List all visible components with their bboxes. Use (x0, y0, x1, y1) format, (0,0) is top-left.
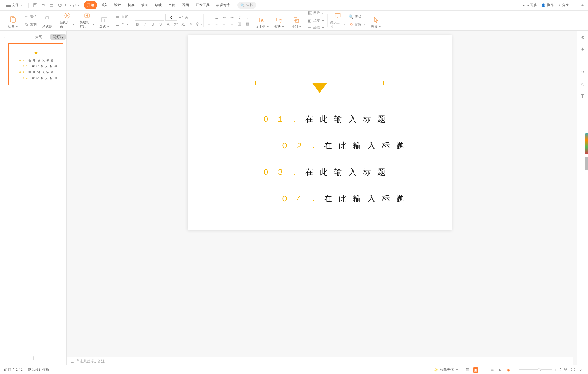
share-button[interactable]: ⇪分享 (558, 3, 569, 8)
replace-button[interactable]: ⟲替换 (347, 21, 367, 28)
notes-view-icon[interactable]: ☷ (465, 367, 470, 373)
sorter-view-icon[interactable]: ⊞ (481, 367, 487, 373)
paste-button[interactable]: 粘贴 (5, 12, 21, 29)
bullets-button[interactable]: ≡ (206, 15, 211, 20)
distribute-button[interactable]: ▦ (244, 21, 250, 27)
indent-increase-button[interactable]: ⇥ (229, 15, 234, 20)
agenda-item-2[interactable]: ０２．在此输入标题 (281, 140, 411, 151)
zoom-slider[interactable] (519, 369, 552, 370)
italic-button[interactable]: I (142, 22, 148, 27)
slide[interactable]: ０１．在此输入标题 ０２．在此输入标题 ０３．在此输入标题 ０４．在此输入标题 (188, 35, 452, 230)
print-preview-icon[interactable] (40, 2, 47, 9)
tab-transition[interactable]: 切换 (125, 1, 138, 9)
fullscreen-button[interactable]: ⤢ (579, 367, 584, 373)
align-left-button[interactable]: ≡ (206, 21, 211, 27)
idea-icon[interactable]: ♡ (580, 82, 585, 87)
collapse-panel-button[interactable]: « (4, 35, 6, 39)
monitor-icon[interactable]: ▭ (580, 58, 585, 64)
from-current-slide-button[interactable]: 当页开始 (60, 12, 75, 29)
align-center-button[interactable]: ≡ (214, 21, 219, 27)
collapse-ribbon[interactable] (581, 4, 584, 6)
layout-button[interactable]: 版式 (97, 12, 112, 29)
highlight-button[interactable]: X² (173, 22, 178, 27)
textbox-button[interactable]: A 文本框 (254, 12, 270, 29)
tab-home[interactable]: 开始 (84, 1, 97, 9)
text-tool-icon[interactable]: T (580, 94, 585, 99)
font-size-input[interactable] (165, 14, 177, 21)
outline-button[interactable]: ▭轮廓 (306, 25, 325, 31)
cut-button[interactable]: ✂剪切 (22, 14, 38, 20)
agenda-item-1[interactable]: ０１．在此输入标题 (262, 114, 392, 124)
add-slide-button[interactable]: + (0, 351, 66, 365)
tab-review[interactable]: 审阅 (165, 1, 178, 9)
normal-view-icon[interactable]: ▣ (473, 367, 478, 373)
clear-format-button[interactable]: ✎ (188, 22, 194, 27)
slide-canvas[interactable]: ０１．在此输入标题 ０２．在此输入标题 ０３．在此输入标题 ０４．在此输入标题 (67, 31, 573, 357)
tab-vip[interactable]: 会员专享 (213, 1, 233, 9)
slides-tab[interactable]: 幻灯片 (50, 34, 66, 40)
text-direction-button[interactable]: ↕ (244, 15, 250, 20)
sync-status[interactable]: ☁未同步 (522, 3, 537, 8)
zoom-in-button[interactable]: + (555, 368, 557, 372)
print-icon[interactable] (48, 2, 55, 9)
more-tools-icon[interactable]: ⋯ (580, 360, 585, 365)
notes-pane[interactable]: ☰ 单击此处添加备注 (67, 357, 573, 365)
image-button[interactable]: 🖼图片 (306, 10, 325, 17)
search-box[interactable]: 🔍 查找 (237, 2, 256, 9)
tab-slideshow[interactable]: 放映 (152, 1, 165, 9)
tab-insert[interactable]: 插入 (98, 1, 111, 9)
bold-button[interactable]: B (135, 22, 140, 27)
tab-devtools[interactable]: 开发工具 (193, 1, 213, 9)
save-icon[interactable] (32, 2, 39, 9)
fit-page-button[interactable]: ⛶ (570, 367, 576, 373)
tab-design[interactable]: 设计 (111, 1, 124, 9)
arrange-button[interactable]: 排列 (289, 12, 304, 29)
format-painter-button[interactable]: 格式刷 (40, 12, 55, 29)
decrease-font-icon[interactable]: A⁻ (185, 15, 190, 20)
numbering-button[interactable]: ≣ (214, 15, 219, 20)
redo-button[interactable] (73, 2, 80, 9)
subscript-button[interactable]: X₂ (181, 22, 186, 27)
slide-thumbnail-1[interactable]: 1 0 1 . 在 此 输 入 标 题 0 2 . 在 此 输 入 标 题 0 … (3, 43, 63, 85)
agenda-item-3[interactable]: ０３．在此输入标题 (262, 167, 392, 177)
columns-button[interactable]: ▥ (237, 21, 242, 27)
file-menu[interactable]: 文件 (4, 1, 25, 9)
zoom-out-button[interactable]: − (514, 368, 516, 372)
smart-beautify-button[interactable]: ✨智能美化 (434, 367, 458, 372)
strikethrough-button[interactable]: S (158, 22, 163, 27)
refresh-icon[interactable] (56, 2, 63, 9)
find-button[interactable]: 🔍查找 (347, 14, 367, 20)
reset-button[interactable]: ▭重置 (114, 14, 130, 20)
vertical-scrollbar[interactable] (573, 31, 577, 365)
help-icon[interactable]: ? (580, 70, 585, 75)
feedback-tab[interactable] (585, 133, 588, 154)
select-button[interactable]: 选择 (368, 12, 384, 29)
align-justify-button[interactable]: ≡ (229, 21, 234, 27)
more-menu[interactable]: ⋮ (573, 3, 577, 7)
font-name-input[interactable] (135, 14, 164, 21)
undo-button[interactable] (65, 2, 72, 9)
side-tab[interactable] (585, 157, 588, 170)
section-button[interactable]: ☰节 (114, 21, 130, 28)
change-case-button[interactable]: 变 (196, 22, 201, 27)
align-right-button[interactable]: ≡ (221, 21, 227, 27)
star-icon[interactable]: ✦ (580, 47, 585, 52)
tab-view[interactable]: 视图 (179, 1, 192, 9)
new-slide-button[interactable]: 新建幻灯片 (80, 12, 95, 29)
outline-tab[interactable]: 大纲 (32, 34, 45, 40)
underline-button[interactable]: U (150, 22, 155, 27)
line-spacing-button[interactable]: ⇕ (237, 15, 242, 20)
collab-button[interactable]: 👤协作 (541, 3, 554, 8)
font-color-button[interactable]: A (165, 22, 171, 27)
increase-font-icon[interactable]: A⁺ (178, 15, 184, 20)
copy-button[interactable]: ⧉复制 (22, 21, 38, 28)
fill-button[interactable]: ◧填充 (306, 18, 325, 24)
slideshow-view-icon[interactable]: ▶ (498, 367, 503, 373)
zoom-value[interactable]: 9 ' % (560, 368, 567, 372)
shape-button[interactable]: 形状 (272, 12, 287, 29)
presentation-tools-button[interactable]: 演示工具 (330, 12, 345, 29)
reading-view-icon[interactable]: ▭ (490, 367, 495, 373)
tab-animation[interactable]: 动画 (138, 1, 151, 9)
fit-view-icon[interactable]: ◉ (506, 367, 511, 373)
indent-decrease-button[interactable]: ⇤ (221, 15, 227, 20)
